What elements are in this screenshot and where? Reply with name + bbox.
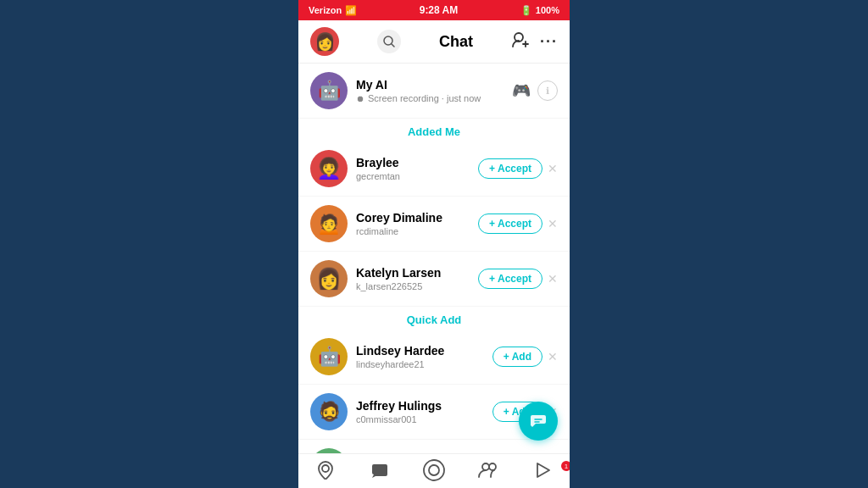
katelyn-actions: + Accept ✕: [478, 269, 558, 289]
jeffrey-info: Jeffrey Hulings c0mmissar001: [356, 399, 484, 424]
nav-camera[interactable]: [407, 459, 461, 481]
lindsey-avatar: 🤖: [310, 338, 348, 375]
jeffrey-username: c0mmissar001: [356, 414, 484, 424]
add-friend-icon[interactable]: [511, 30, 530, 53]
braylee-username: gecremtan: [356, 171, 470, 181]
lindsey-name: Lindsey Hardee: [356, 344, 484, 358]
battery-icon: 🔋: [520, 5, 532, 16]
corey-avatar: 🙍: [310, 205, 348, 242]
battery-label: 100%: [536, 5, 559, 15]
lindsey-add-button[interactable]: + Add: [492, 347, 542, 367]
nav-actions: ···: [511, 30, 558, 53]
status-bar: Verizon 📶 9:28 AM 🔋 100%: [298, 0, 570, 20]
svg-marker-10: [537, 463, 549, 477]
my-ai-emoji: 🎮: [512, 81, 531, 100]
status-left: Verizon 📶: [309, 5, 357, 16]
contact-item-braylee[interactable]: 👩‍🦱 Braylee gecremtan + Accept ✕: [298, 141, 570, 197]
katelyn-name: Katelyn Larsen: [356, 266, 470, 280]
carrier-label: Verizon: [309, 5, 342, 15]
svg-point-8: [482, 463, 489, 470]
bottom-nav: 1: [298, 453, 570, 488]
jeffrey-avatar: 🧔: [310, 393, 348, 430]
braylee-avatar: 👩‍🦱: [310, 150, 348, 187]
katelyn-avatar: 👩: [310, 260, 348, 297]
page-title: Chat: [439, 33, 473, 51]
added-me-label: Added Me: [298, 119, 570, 141]
contact-item-corey[interactable]: 🙍 Corey Dimaline rcdimaline + Accept ✕: [298, 197, 570, 252]
nav-chat[interactable]: [353, 459, 407, 481]
corey-dismiss-button[interactable]: ✕: [548, 217, 558, 230]
my-ai-info: My AI ⏺ Screen recording · just now: [356, 78, 504, 103]
status-right: 🔋 100%: [520, 5, 559, 16]
screen-record-icon: ⏺: [356, 94, 364, 103]
corey-name: Corey Dimaline: [356, 211, 470, 225]
braylee-name: Braylee: [356, 156, 470, 169]
my-ai-actions: 🎮 ℹ: [512, 80, 558, 101]
svg-point-9: [489, 463, 496, 470]
more-options-icon[interactable]: ···: [540, 33, 558, 51]
lindsey-actions: + Add ✕: [492, 347, 558, 367]
quick-add-label: Quick Add: [298, 307, 570, 330]
user-avatar[interactable]: 👩: [310, 27, 339, 56]
katelyn-username: k_larsen226525: [356, 281, 470, 291]
nav-map[interactable]: [298, 459, 353, 481]
corey-actions: + Accept ✕: [478, 214, 558, 234]
jeffrey-name: Jeffrey Hulings: [356, 399, 484, 413]
my-ai-status: Screen recording · just now: [368, 93, 481, 103]
braylee-accept-button[interactable]: + Accept: [478, 158, 542, 179]
svg-point-6: [424, 460, 444, 480]
katelyn-info: Katelyn Larsen k_larsen226525: [356, 266, 470, 291]
contact-item-katelyn[interactable]: 👩 Katelyn Larsen k_larsen226525 + Accept…: [298, 252, 570, 307]
contact-item-lindsey[interactable]: 🤖 Lindsey Hardee lindseyhardee21 + Add ✕: [298, 330, 570, 385]
lock-icon[interactable]: ℹ: [537, 80, 558, 101]
svg-line-1: [392, 44, 394, 47]
my-ai-avatar: 🤖: [310, 72, 348, 109]
compose-fab-button[interactable]: [519, 402, 558, 441]
search-button[interactable]: [377, 30, 401, 53]
svg-point-7: [429, 465, 439, 475]
braylee-info: Braylee gecremtan: [356, 156, 470, 181]
chat-list: 🤖 My AI ⏺ Screen recording · just now 🎮 …: [298, 64, 570, 453]
spotlight-badge: 1: [561, 461, 570, 471]
braylee-actions: + Accept ✕: [478, 158, 558, 179]
katelyn-accept-button[interactable]: + Accept: [478, 269, 542, 289]
phone-frame: Verizon 📶 9:28 AM 🔋 100% 👩 Chat: [298, 0, 570, 488]
lindsey-username: lindseyhardee21: [356, 359, 484, 369]
corey-accept-button[interactable]: + Accept: [478, 214, 542, 234]
my-ai-name: My AI: [356, 78, 504, 92]
contact-item-arya[interactable]: 🧔 Arya Rad aryarad22 + Add ✕: [298, 440, 570, 453]
my-ai-sub: ⏺ Screen recording · just now: [356, 93, 504, 103]
katelyn-dismiss-button[interactable]: ✕: [548, 272, 558, 286]
lindsey-info: Lindsey Hardee lindseyhardee21: [356, 344, 484, 369]
corey-username: rcdimaline: [356, 226, 470, 236]
braylee-dismiss-button[interactable]: ✕: [548, 162, 558, 175]
nav-spotlight[interactable]: 1: [515, 459, 570, 481]
nav-friends[interactable]: [461, 459, 515, 481]
corey-info: Corey Dimaline rcdimaline: [356, 211, 470, 236]
my-ai-item[interactable]: 🤖 My AI ⏺ Screen recording · just now 🎮 …: [298, 64, 570, 119]
lindsey-dismiss-button[interactable]: ✕: [548, 350, 558, 363]
svg-point-5: [322, 465, 329, 472]
nav-bar: 👩 Chat ···: [298, 20, 570, 64]
time-label: 9:28 AM: [420, 4, 459, 16]
wifi-icon: 📶: [345, 5, 357, 16]
